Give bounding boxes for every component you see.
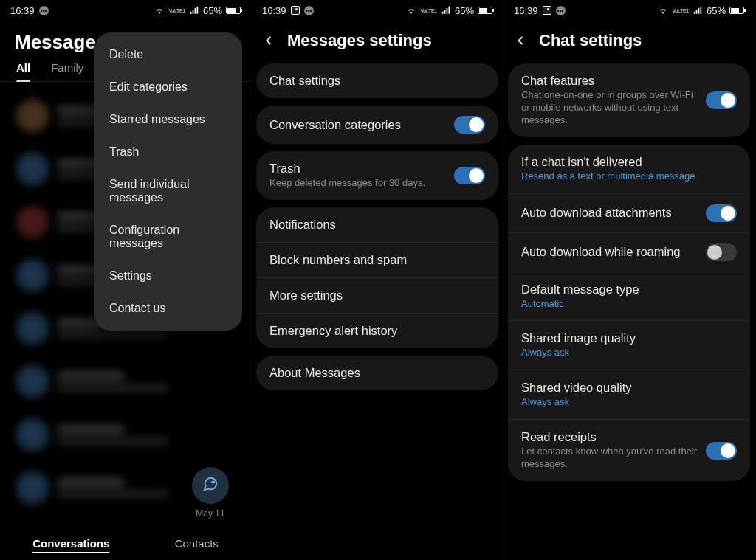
list-item (10, 355, 241, 408)
settings-item-title: Shared image quality (521, 331, 737, 345)
notification-icon: ••• (304, 6, 314, 15)
menu-item-settings[interactable]: Settings (94, 260, 242, 292)
status-bar: 16:39 ••• VoLTE1 65% (0, 0, 251, 21)
settings-item-notifications[interactable]: Notifications (256, 207, 498, 242)
menu-item-contact-us[interactable]: Contact us (94, 292, 242, 325)
settings-item-subtitle: Always ask (521, 396, 737, 409)
toggle-switch[interactable] (454, 167, 485, 184)
fab-container: May 11 (192, 467, 229, 519)
volte-label: VoLTE1 (420, 8, 437, 13)
settings-item-title: Chat features (521, 74, 698, 88)
bottom-tabs: Conversations Contacts (0, 537, 251, 554)
settings-item-title: If a chat isn't delivered (521, 155, 737, 169)
settings-item-title: Trash (269, 162, 447, 176)
settings-item-subtitle: Always ask (521, 347, 737, 359)
menu-item-starred[interactable]: Starred messages (94, 103, 242, 136)
status-time: 16:39 (514, 5, 538, 16)
header: Messages settings (252, 21, 503, 63)
menu-item-send-individual[interactable]: Send individual messages (94, 168, 242, 214)
settings-group: Conversation categories (256, 106, 498, 144)
phone-chat-settings: 16:39 ••• VoLTE1 65% Chat settings Chat … (504, 0, 755, 560)
settings-item-emergency-alert-history[interactable]: Emergency alert history (256, 313, 498, 348)
notification-icon: ••• (39, 6, 49, 15)
screenshot-notification-icon (291, 6, 300, 15)
toggle-switch[interactable] (706, 442, 737, 460)
settings-item-title: Block numbers and spam (269, 253, 485, 267)
status-time: 16:39 (262, 5, 286, 16)
settings-item-trash[interactable]: TrashKeep deleted messages for 30 days. (256, 151, 498, 200)
settings-item-read-receipts[interactable]: Read receiptsLet contacts know when you'… (508, 419, 750, 481)
settings-item-title: Default message type (521, 283, 737, 297)
list-item (10, 408, 241, 461)
toggle-switch[interactable] (454, 116, 485, 134)
toggle-switch[interactable] (706, 204, 737, 222)
settings-item-title: Chat settings (269, 74, 485, 88)
signal-icon (189, 5, 199, 15)
wifi-icon (658, 5, 668, 15)
settings-item-conversation-categories[interactable]: Conversation categories (256, 106, 498, 144)
settings-item-subtitle: Resend as a text or multimedia message (521, 170, 737, 183)
chevron-left-icon (513, 33, 528, 48)
overflow-menu: Delete Edit categories Starred messages … (94, 32, 242, 331)
signal-icon (441, 5, 451, 15)
tab-all[interactable]: All (16, 61, 30, 81)
battery-percent: 65% (707, 5, 726, 16)
settings-item-title: Auto download while roaming (521, 245, 698, 259)
bottom-tab-conversations[interactable]: Conversations (32, 537, 109, 554)
phone-messages-home: 16:39 ••• VoLTE1 65% Messages All Family… (0, 0, 252, 560)
page-title: Messages settings (287, 31, 432, 50)
toggle-switch[interactable] (706, 91, 737, 109)
battery-percent: 65% (203, 5, 222, 16)
menu-item-trash[interactable]: Trash (94, 136, 242, 168)
settings-group: TrashKeep deleted messages for 30 days. (256, 151, 498, 200)
wifi-icon (406, 5, 416, 15)
menu-item-edit-categories[interactable]: Edit categories (94, 71, 242, 103)
settings-group: NotificationsBlock numbers and spamMore … (256, 207, 498, 348)
settings-item-subtitle: Automatic (521, 298, 737, 311)
settings-item-title: More settings (269, 288, 485, 303)
page-title: Chat settings (539, 31, 642, 50)
signal-icon (693, 5, 703, 15)
settings-item-shared-image-quality[interactable]: Shared image qualityAlways ask (508, 320, 750, 370)
bottom-tab-contacts[interactable]: Contacts (175, 537, 219, 554)
wifi-icon (154, 5, 165, 15)
status-right: VoLTE1 65% (154, 5, 241, 16)
settings-item-title: Notifications (269, 218, 485, 232)
back-button[interactable] (512, 32, 529, 49)
chevron-left-icon (261, 33, 276, 48)
settings-item-block-numbers-and-spam[interactable]: Block numbers and spam (256, 242, 498, 277)
settings-item-more-settings[interactable]: More settings (256, 277, 498, 313)
settings-item-title: Emergency alert history (269, 324, 485, 338)
status-bar: 16:39 ••• VoLTE1 65% (252, 0, 503, 21)
status-time: 16:39 (10, 5, 35, 16)
menu-item-configuration[interactable]: Configuration messages (94, 214, 242, 260)
settings-item-default-message-type[interactable]: Default message typeAutomatic (508, 272, 750, 321)
settings-item-auto-download-attachments[interactable]: Auto download attachments (508, 193, 750, 232)
screenshot-notification-icon (543, 6, 551, 15)
back-button[interactable] (261, 32, 277, 49)
compose-button[interactable] (192, 467, 229, 504)
volte-label: VoLTE1 (672, 8, 689, 13)
settings-group: If a chat isn't deliveredResend as a tex… (508, 145, 750, 481)
compose-icon (202, 476, 219, 496)
settings-item-chat-settings[interactable]: Chat settings (256, 63, 498, 98)
settings-item-title: Auto download attachments (521, 206, 698, 220)
battery-percent: 65% (455, 5, 474, 16)
phone-messages-settings: 16:39 ••• VoLTE1 65% Messages settings C… (252, 0, 504, 560)
tab-family[interactable]: Family (51, 61, 83, 81)
volte-label: VoLTE1 (168, 8, 185, 13)
settings-item-shared-video-quality[interactable]: Shared video qualityAlways ask (508, 370, 750, 419)
settings-item-subtitle: Let contacts know when you've read their… (521, 446, 698, 471)
settings-item-auto-download-while-roaming[interactable]: Auto download while roaming (508, 232, 750, 272)
toggle-switch[interactable] (706, 243, 737, 261)
settings-item-subtitle: Keep deleted messages for 30 days. (269, 177, 447, 190)
battery-icon (226, 7, 241, 14)
battery-icon (729, 7, 744, 14)
settings-item-if-a-chat-isn-t-delivered[interactable]: If a chat isn't deliveredResend as a tex… (508, 145, 750, 193)
settings-item-about-messages[interactable]: About Messages (256, 356, 498, 390)
settings-item-subtitle: Chat one-on-one or in groups over Wi-Fi … (521, 89, 698, 127)
menu-item-delete[interactable]: Delete (94, 38, 242, 71)
settings-item-title: Conversation categories (269, 118, 447, 132)
settings-item-chat-features[interactable]: Chat featuresChat one-on-one or in group… (508, 63, 750, 137)
settings-group: Chat featuresChat one-on-one or in group… (508, 63, 750, 137)
